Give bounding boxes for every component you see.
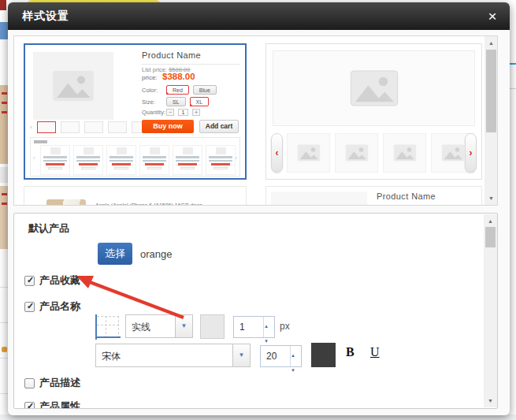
size-option-sl[interactable]: SL [166,97,186,106]
bold-button[interactable]: B [346,345,355,359]
font-size-value: 20 [266,351,277,362]
templates-scrollbar[interactable]: ▲ ▼ [484,36,498,205]
related-product-card[interactable] [173,145,202,175]
font-size-stepper[interactable]: 20 ▲ ▼ [260,345,302,367]
related-product-card[interactable] [139,145,169,175]
spin-up-icon[interactable]: ▲ [291,353,295,358]
selected-product-value: orange [140,248,172,260]
product-attributes-checkbox[interactable]: ✓ [24,402,35,410]
size-option-xl[interactable]: XL [190,97,210,106]
style-settings-dialog: 样式设置 × Product Name List price: $588.00 … [8,2,510,415]
carousel-prev-icon[interactable]: ‹ [271,133,283,173]
background-page-fragment [510,28,516,414]
spin-down-icon[interactable]: ▼ [291,368,295,373]
thumbnail[interactable] [61,121,80,133]
color-option-row: Color: Red Blue [142,85,217,95]
template-option-4-partial[interactable]: Product Name List price: $588.00 [265,186,482,206]
thumb-prev-icon[interactable]: ‹ [30,124,32,131]
product-name-text: Product Name [377,191,471,206]
thumbnail-strip: ‹ › [30,121,157,133]
quantity-label: Quantity: [142,109,162,116]
carousel-thumbnail[interactable] [335,133,378,173]
related-product-card[interactable] [40,145,70,175]
border-width-stepper[interactable]: 1 ▲ ▼ [233,316,275,338]
background-page-fragment [2,347,7,352]
quantity-row: Quantity: − 1 + [142,109,200,116]
product-description-checkbox[interactable]: ✓ [24,378,35,388]
carousel-thumbnail[interactable] [383,133,426,173]
dialog-title: 样式设置 [22,9,69,24]
underline-button[interactable]: U [370,345,380,359]
picture-icon [350,70,399,106]
chevron-down-icon[interactable]: ▼ [175,315,192,337]
check-icon: ✓ [25,301,35,311]
scroll-up-icon[interactable]: ▲ [484,215,497,227]
checkbox-row-product-name: ✓ 产品名称 [24,299,80,314]
px-unit-label: px [280,321,290,332]
price-value: $388.00 [162,72,195,81]
product-description-label: 产品描述 [39,376,80,390]
related-product-card[interactable] [206,145,236,175]
font-color-swatch[interactable] [311,343,336,367]
add-cart-button[interactable]: Add cart [199,120,239,133]
product-attributes-label: 产品属性 [39,400,80,409]
related-products-cards [40,145,236,175]
font-family-value: 宋体 [102,350,121,363]
font-family-select[interactable]: 宋体 ▼ [95,344,251,367]
color-option-red[interactable]: Red [166,85,189,95]
product-image-placeholder [271,191,367,206]
related-product-card[interactable] [106,145,136,175]
related-next-icon[interactable]: › [236,155,237,161]
product-favorite-checkbox[interactable]: ✓ [24,276,35,286]
product-favorite-label: 产品收藏 [39,273,80,288]
template-option-1-selected[interactable]: Product Name List price: $588.00 price: … [24,43,247,180]
form-scrollbar[interactable]: ▲ ▼ [484,214,497,407]
select-product-button[interactable]: 选择 [98,243,132,265]
close-icon[interactable]: × [483,7,502,26]
scrollbar-thumb[interactable] [486,50,496,132]
border-style-select[interactable]: 实线 ▼ [125,314,193,338]
scroll-down-icon[interactable]: ▼ [484,192,498,204]
quantity-plus-button[interactable]: + [192,109,200,116]
template-option-3-partial[interactable]: Apple (Apple) iPhone 6 (A1586) 16GB deep [24,186,247,206]
default-product-label: 默认产品 [28,221,69,236]
scroll-up-icon[interactable]: ▲ [484,37,498,49]
check-icon: ✓ [25,275,35,285]
template-option-2[interactable]: ‹ › [265,43,482,180]
buy-now-button[interactable]: Buy now [142,120,194,133]
template-preview-panel: Product Name List price: $588.00 price: … [13,35,498,206]
checkbox-row-product-attributes: ✓ 产品属性 [24,400,80,409]
stepper-arrows: ▲ ▼ [263,317,274,337]
related-products-strip: ‹ › [30,137,240,177]
scroll-down-icon[interactable]: ▼ [484,395,497,407]
thumbnail-selected[interactable] [37,121,56,133]
carousel-thumbnail[interactable] [287,133,330,173]
picture-icon [52,70,95,102]
background-page-fragment [0,414,516,420]
spin-down-icon[interactable]: ▼ [264,339,269,344]
related-product-card[interactable] [73,145,103,175]
product-name-checkbox[interactable]: ✓ [24,302,35,312]
scrollbar-thumb[interactable] [485,227,496,247]
thumbnail[interactable] [84,121,103,133]
style-options-panel: 默认产品 选择 orange ✓ 产品收藏 ✓ 产品名称 实线 ▼ 1 ▲ ▼ [13,213,498,409]
related-prev-icon[interactable]: ‹ [33,155,35,161]
thumbnail-carousel: ‹ › [266,132,481,173]
dialog-header: 样式设置 × [8,2,510,30]
background-page-fragment [510,63,516,65]
border-color-swatch[interactable] [200,314,225,339]
checkbox-row-product-favorite: ✓ 产品收藏 [24,273,80,288]
border-side-picker[interactable] [95,314,121,340]
check-icon: ✓ [25,401,35,410]
quantity-value: 1 [178,109,188,116]
product-name-text: Product Name [142,50,239,65]
quantity-minus-button[interactable]: − [166,109,174,116]
spin-up-icon[interactable]: ▲ [264,324,269,329]
chevron-down-icon[interactable]: ▼ [232,344,250,366]
product-image-placeholder [273,50,475,126]
carousel-next-icon[interactable]: › [465,133,477,173]
thumbnail[interactable] [108,121,127,133]
border-style-value: 实线 [132,321,150,334]
color-option-blue[interactable]: Blue [193,85,217,95]
related-products-label [34,140,47,143]
